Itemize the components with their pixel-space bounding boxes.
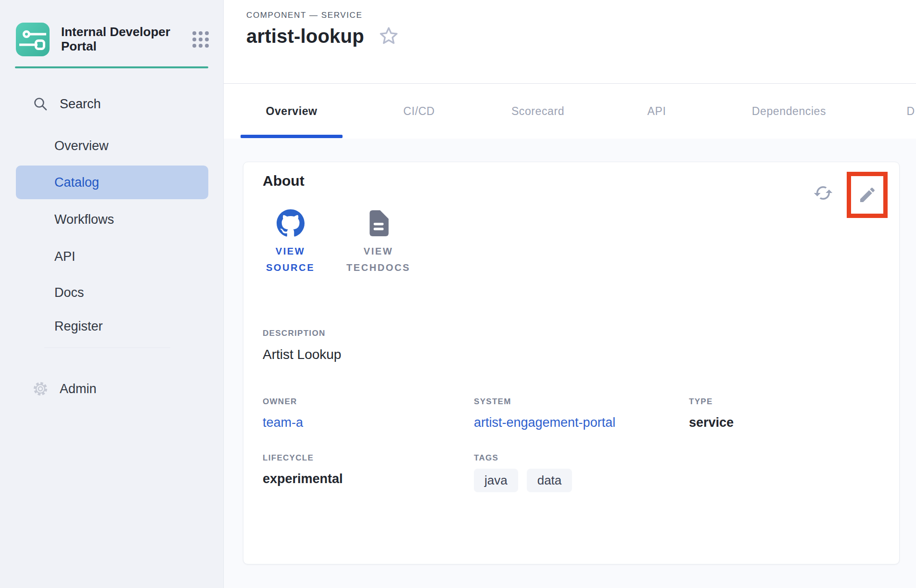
search-icon bbox=[33, 96, 48, 112]
tags-field: TAGS java data bbox=[474, 453, 689, 492]
view-source-link[interactable]: VIEW SOURCE bbox=[263, 209, 318, 276]
owner-label: OWNER bbox=[263, 397, 474, 407]
view-source-line1: VIEW bbox=[266, 243, 315, 259]
tag-chip[interactable]: java bbox=[474, 469, 518, 492]
sidebar: Internal Developer Portal Search Overvie… bbox=[0, 0, 224, 588]
sidebar-item-overview[interactable]: Overview bbox=[54, 135, 109, 156]
lifecycle-field: LIFECYCLE experimental bbox=[263, 453, 474, 492]
refresh-icon bbox=[813, 183, 833, 203]
type-field: TYPE service bbox=[689, 397, 880, 430]
edit-button-highlighted[interactable] bbox=[847, 172, 888, 218]
tab-scorecard[interactable]: Scorecard bbox=[503, 84, 573, 139]
tab-api[interactable]: API bbox=[637, 84, 676, 139]
owner-field: OWNER team-a bbox=[263, 397, 474, 430]
gear-icon bbox=[32, 380, 49, 397]
tab-clipped[interactable]: D bbox=[897, 84, 916, 139]
tab-bar: Overview CI/CD Scorecard API Dependencie… bbox=[241, 84, 916, 139]
search-label: Search bbox=[60, 97, 101, 112]
page-title: artist-lookup bbox=[246, 26, 364, 47]
view-techdocs-line2: TECHDOCS bbox=[346, 259, 410, 276]
sidebar-item-docs[interactable]: Docs bbox=[54, 282, 84, 303]
github-icon bbox=[277, 209, 305, 237]
tab-overview[interactable]: Overview bbox=[241, 84, 343, 139]
view-techdocs-link[interactable]: VIEW TECHDOCS bbox=[341, 209, 416, 276]
description-label: DESCRIPTION bbox=[263, 329, 341, 338]
grid-dots-icon[interactable] bbox=[192, 31, 209, 48]
sidebar-item-register[interactable]: Register bbox=[54, 316, 103, 337]
tab-cicd[interactable]: CI/CD bbox=[395, 84, 443, 139]
main-area: COMPONENT — SERVICE artist-lookup Overvi… bbox=[224, 0, 916, 588]
system-field: SYSTEM artist-engagement-portal bbox=[474, 397, 689, 430]
type-value: service bbox=[689, 415, 880, 430]
sidebar-item-workflows[interactable]: Workflows bbox=[54, 209, 114, 230]
sidebar-divider bbox=[44, 347, 170, 348]
sidebar-item-api[interactable]: API bbox=[54, 246, 76, 267]
refresh-button[interactable] bbox=[813, 182, 834, 204]
breadcrumb: COMPONENT — SERVICE bbox=[246, 11, 362, 20]
brand[interactable]: Internal Developer Portal bbox=[16, 23, 209, 56]
lifecycle-value: experimental bbox=[263, 472, 474, 486]
view-source-line2: SOURCE bbox=[266, 259, 315, 276]
type-label: TYPE bbox=[689, 397, 880, 407]
admin-label: Admin bbox=[60, 382, 97, 396]
sidebar-item-catalog-highlight[interactable] bbox=[16, 166, 208, 199]
tab-dependencies[interactable]: Dependencies bbox=[745, 84, 833, 139]
view-techdocs-line1: VIEW bbox=[346, 243, 410, 259]
portal-logo-icon bbox=[16, 23, 50, 56]
tags-label: TAGS bbox=[474, 453, 689, 463]
entity-header: COMPONENT — SERVICE artist-lookup Overvi… bbox=[224, 0, 916, 139]
sidebar-item-search[interactable]: Search bbox=[33, 96, 101, 112]
system-value-link[interactable]: artist-engagement-portal bbox=[474, 415, 689, 430]
sidebar-item-catalog[interactable]: Catalog bbox=[54, 172, 99, 193]
edit-pencil-icon bbox=[858, 185, 877, 205]
sidebar-accent-divider bbox=[15, 66, 208, 68]
techdocs-file-icon bbox=[367, 209, 391, 237]
content-area: About VIEW SOURCE bbox=[224, 139, 916, 588]
star-outline-icon[interactable] bbox=[378, 25, 400, 47]
tag-chip[interactable]: data bbox=[527, 469, 572, 492]
description-value: Artist Lookup bbox=[263, 347, 341, 362]
lifecycle-label: LIFECYCLE bbox=[263, 453, 474, 463]
system-label: SYSTEM bbox=[474, 397, 689, 407]
sidebar-item-admin[interactable]: Admin bbox=[32, 380, 97, 397]
owner-value-link[interactable]: team-a bbox=[263, 415, 474, 430]
about-card-title: About bbox=[263, 173, 305, 189]
about-card: About VIEW SOURCE bbox=[243, 162, 900, 564]
portal-title: Internal Developer Portal bbox=[61, 25, 173, 54]
